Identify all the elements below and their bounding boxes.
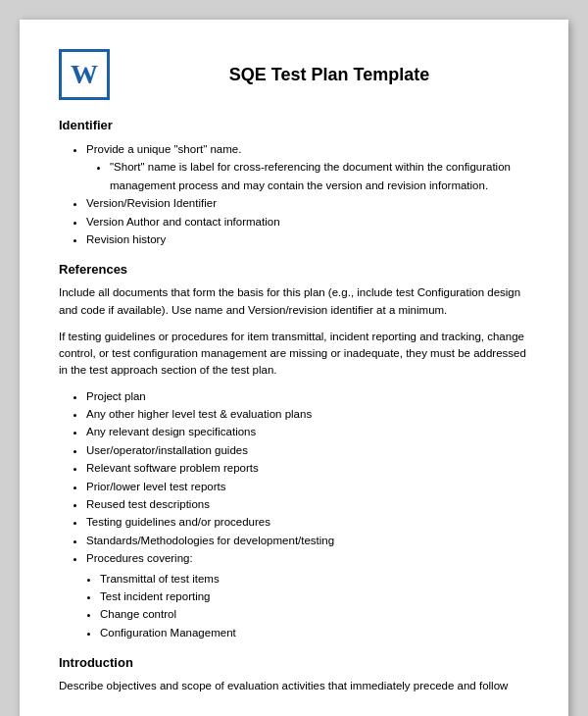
list-item: User/operator/installation guides — [86, 441, 529, 459]
identifier-sub-list: "Short" name is label for cross-referenc… — [110, 158, 529, 194]
introduction-section: Introduction Describe objectives and sco… — [59, 655, 529, 694]
word-icon: W — [59, 49, 110, 100]
list-item: Standards/Methodologies for development/… — [86, 532, 529, 549]
list-item: Provide a unique "short" name. "Short" n… — [86, 140, 529, 194]
list-item: Test incident reporting — [100, 588, 529, 605]
list-item: Reused test descriptions — [86, 495, 529, 513]
identifier-section: Identifier Provide a unique "short" name… — [59, 118, 529, 248]
identifier-list: Provide a unique "short" name. "Short" n… — [86, 140, 529, 248]
page-title: SQE Test Plan Template — [129, 65, 529, 85]
references-section: References Include all documents that fo… — [59, 262, 529, 641]
introduction-paragraph1: Describe objectives and scope of evaluat… — [59, 678, 529, 694]
list-item: Version/Revision Identifier — [86, 194, 529, 212]
word-icon-letter: W — [71, 59, 98, 90]
list-item: Transmittal of test items — [100, 570, 529, 588]
list-item: Testing guidelines and/or procedures — [86, 513, 529, 531]
list-item: Procedures covering: Transmittal of test… — [86, 549, 529, 641]
list-item: Version Author and contact information — [86, 213, 529, 230]
list-item: Prior/lower level test reports — [86, 478, 529, 495]
list-item: "Short" name is label for cross-referenc… — [110, 158, 529, 194]
references-paragraph1: Include all documents that form the basi… — [59, 284, 529, 319]
document-header: W SQE Test Plan Template — [59, 49, 529, 100]
identifier-heading: Identifier — [59, 118, 529, 132]
references-heading: References — [59, 262, 529, 277]
list-item: Relevant software problem reports — [86, 459, 529, 477]
list-item: Any other higher level test & evaluation… — [86, 405, 529, 423]
references-paragraph2: If testing guidelines or procedures for … — [59, 329, 529, 380]
list-item: Change control — [100, 605, 529, 623]
list-item: Project plan — [86, 387, 529, 405]
references-sub-list: Transmittal of test items Test incident … — [100, 570, 529, 642]
list-item: Configuration Management — [100, 624, 529, 641]
document-page: W SQE Test Plan Template Identifier Prov… — [20, 20, 568, 716]
list-item: Any relevant design specifications — [86, 423, 529, 440]
introduction-heading: Introduction — [59, 655, 529, 670]
list-item: Revision history — [86, 230, 529, 248]
references-list: Project plan Any other higher level test… — [86, 387, 529, 641]
